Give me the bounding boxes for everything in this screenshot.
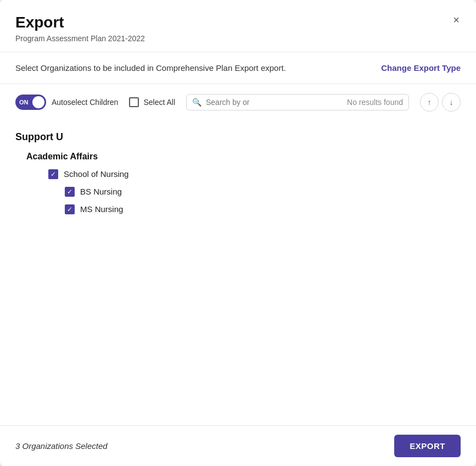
export-modal: Export Program Assessment Plan 2021-2022… bbox=[0, 0, 476, 466]
select-all-wrapper[interactable]: Select All bbox=[129, 97, 175, 107]
toggle-on-label: ON bbox=[19, 99, 29, 106]
no-results-text: No results found bbox=[347, 98, 403, 107]
nav-buttons: ↑ ↓ bbox=[420, 93, 461, 112]
list-item[interactable]: ✓ MS Nursing bbox=[65, 204, 461, 214]
list-item[interactable]: ✓ BS Nursing bbox=[65, 187, 461, 197]
nav-down-button[interactable]: ↓ bbox=[442, 93, 461, 112]
autoselect-label: Autoselect Children bbox=[52, 98, 118, 107]
modal-header: Export Program Assessment Plan 2021-2022… bbox=[0, 0, 476, 52]
toggle-wrapper: ON Autoselect Children bbox=[15, 95, 118, 110]
modal-subtitle: Program Assessment Plan 2021-2022 bbox=[15, 34, 461, 43]
export-button[interactable]: EXPORT bbox=[394, 435, 461, 457]
nav-up-button[interactable]: ↑ bbox=[420, 93, 439, 112]
group-title: Support U bbox=[15, 131, 461, 143]
description-bar: Select Organizations to be included in C… bbox=[0, 52, 476, 84]
org-name-ms-nursing: MS Nursing bbox=[80, 204, 123, 214]
close-button[interactable]: × bbox=[447, 11, 465, 29]
search-bar: 🔍 No results found bbox=[186, 94, 409, 110]
modal-footer: 3 Organizations Selected EXPORT bbox=[0, 425, 476, 466]
change-export-type-link[interactable]: Change Export Type bbox=[381, 63, 461, 73]
toolbar: ON Autoselect Children Select All 🔍 No r… bbox=[0, 84, 476, 120]
selected-count: 3 Organizations Selected bbox=[15, 441, 108, 451]
autoselect-toggle[interactable]: ON bbox=[15, 95, 46, 110]
search-icon: 🔍 bbox=[192, 98, 201, 107]
org-checkbox-ms-nursing[interactable]: ✓ bbox=[65, 204, 75, 214]
list-item[interactable]: ✓ School of Nursing bbox=[48, 169, 461, 179]
content-area: Support U Academic Affairs ✓ School of N… bbox=[0, 120, 476, 425]
toggle-circle bbox=[32, 96, 44, 108]
sub-group-title: Academic Affairs bbox=[26, 152, 461, 162]
select-all-checkbox[interactable] bbox=[129, 97, 139, 107]
org-name-bs-nursing: BS Nursing bbox=[80, 187, 122, 196]
description-text: Select Organizations to be included in C… bbox=[15, 63, 286, 73]
org-name-school-nursing: School of Nursing bbox=[64, 169, 128, 179]
modal-title: Export bbox=[15, 13, 461, 32]
select-all-label: Select All bbox=[143, 98, 175, 107]
org-checkbox-bs-nursing[interactable]: ✓ bbox=[65, 187, 75, 197]
search-input[interactable] bbox=[206, 98, 343, 107]
org-checkbox-school-nursing[interactable]: ✓ bbox=[48, 169, 58, 179]
